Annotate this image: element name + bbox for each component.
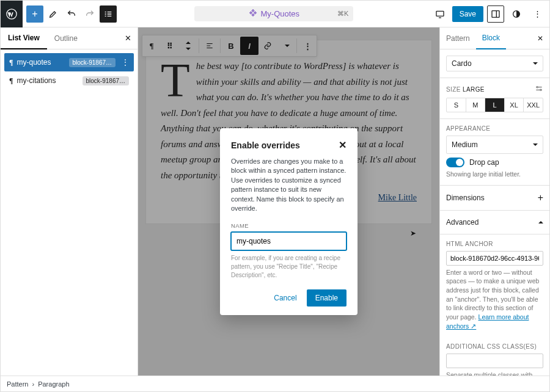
list-view-toggle[interactable] [100,5,117,23]
modal-title: Enable overrides [231,140,300,150]
modal-field-label: NAME [231,222,249,229]
styles-toggle[interactable] [508,5,525,23]
appearance-select[interactable]: Medium [446,136,543,154]
close-settings[interactable]: ✕ [534,31,547,46]
close-list-view[interactable]: ✕ [121,30,135,46]
svg-rect-2 [492,10,499,17]
paragraph-icon: ¶ [9,58,13,67]
drop-cap-toggle[interactable] [446,158,464,167]
tab-pattern[interactable]: Pattern [440,28,476,49]
tab-list-view[interactable]: List View [1,27,47,49]
modal-enable-button[interactable]: Enable [307,289,346,307]
enable-overrides-modal: Enable overrides ✕ Overrides are changes… [220,128,358,315]
block-inserter-button[interactable]: + [26,5,43,23]
size-xl[interactable]: XL [504,98,524,112]
tab-block[interactable]: Block [476,27,506,49]
breadcrumb-leaf[interactable]: Paragraph [38,380,69,388]
size-preset-buttons: S M L XL XXL [446,98,543,112]
modal-cancel-button[interactable]: Cancel [269,289,301,307]
block-id-chip: block-91867… [82,76,129,85]
more-menu[interactable]: ⋮ [529,5,546,23]
size-m[interactable]: M [466,98,485,112]
size-xxl[interactable]: XXL [523,98,543,112]
size-s[interactable]: S [447,98,466,112]
save-button[interactable]: Save [452,6,483,22]
svg-point-5 [540,89,541,90]
modal-description: Overrides are changes you make to a bloc… [231,157,346,213]
html-anchor-input[interactable] [446,251,543,266]
undo-button[interactable] [63,5,80,23]
css-classes-input[interactable] [446,354,543,368]
breadcrumb-root[interactable]: Pattern [7,380,28,388]
plus-icon: + [538,193,543,203]
size-l[interactable]: L [485,98,504,112]
document-title: My-Quotes [261,9,300,18]
drop-cap-hint: Showing large initial letter. [446,170,543,179]
breadcrumb: Pattern › Paragraph [1,376,549,391]
override-name-input[interactable] [231,232,346,250]
svg-point-0 [7,9,16,18]
modal-close-button[interactable]: ✕ [339,139,346,151]
advanced-accordion[interactable]: Advanced [440,211,549,234]
pattern-icon [249,9,257,19]
tree-item-my-citations[interactable]: ¶ my-citations block-91867… [4,71,134,90]
tab-outline[interactable]: Outline [47,28,85,49]
chevron-up-icon [536,218,543,227]
chevron-down-icon [530,59,538,68]
edit-icon[interactable] [45,5,62,23]
svg-rect-1 [436,11,444,16]
dimensions-accordion[interactable]: Dimensions + [440,186,549,211]
tree-item-label: my-quotes [16,58,51,67]
drop-cap-label: Drop cap [469,158,499,167]
paragraph-icon: ¶ [9,76,13,85]
tree-item-menu[interactable]: ⋮ [122,58,129,67]
document-title-bar[interactable]: My-Quotes ⌘K [118,6,430,21]
modal-overlay: Enable overrides ✕ Overrides are changes… [138,27,439,376]
tree-item-label: my-citations [16,76,56,85]
tree-item-my-quotes[interactable]: ¶ my-quotes block-91867… ⋮ [4,53,134,71]
wp-logo[interactable] [1,1,23,27]
shortcut-hint: ⌘K [337,10,348,18]
size-settings-icon[interactable] [535,84,543,94]
font-family-select[interactable]: Cardo [446,56,543,71]
device-preview-button[interactable] [431,5,449,23]
modal-example-hint: For example, if you are creating a recip… [231,254,346,280]
redo-button[interactable] [81,5,98,23]
svg-point-4 [537,87,538,88]
chevron-down-icon [530,140,538,149]
block-id-chip: block-91867… [69,58,116,67]
settings-sidebar-toggle[interactable] [487,5,504,23]
